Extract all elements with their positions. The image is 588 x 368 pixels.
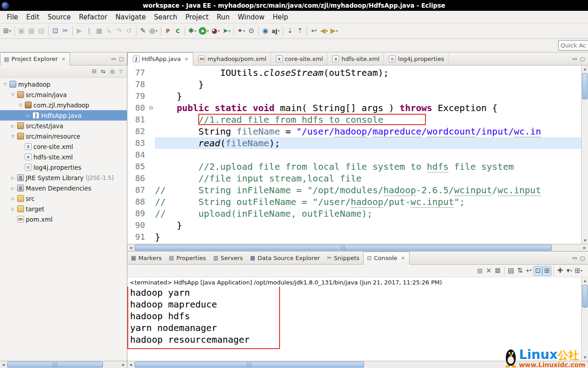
scroll-lock-button[interactable]: ⇅	[515, 266, 524, 276]
tab-servers[interactable]: ▥Servers	[210, 252, 247, 264]
tree-expand-arrow-icon[interactable]: ▷	[9, 196, 16, 201]
open-console-button[interactable]: ⊞▾	[574, 266, 583, 276]
tree-item-src[interactable]: ▷src	[0, 193, 127, 204]
maximize-view-icon[interactable]: ▢	[580, 255, 585, 261]
tree-item-log4j-properties[interactable]: ≡log4j.properties	[0, 162, 127, 172]
new-wizard-button[interactable]: ⊞▾	[2, 25, 13, 37]
project-explorer-hscrollbar[interactable]: ◀ ▶ |||	[0, 361, 127, 368]
menu-search[interactable]: Search	[150, 12, 182, 23]
tree-item-maven-dependencies[interactable]: ▷≣Maven Dependencies	[0, 183, 127, 193]
last-edit-location-button[interactable]: ↩	[309, 25, 319, 37]
tree-item-hdfs-site-xml[interactable]: xhdfs-site.xml	[0, 152, 127, 162]
scroll-right-icon[interactable]: ▶	[581, 244, 588, 251]
back-button[interactable]: ◀▾	[319, 25, 329, 37]
minimize-view-icon[interactable]: ▭	[572, 255, 577, 261]
debug-button[interactable]: ✱▾	[187, 25, 198, 37]
print-button[interactable]: ▤	[37, 25, 47, 37]
tree-item-com-zjl-myhadoop[interactable]: ▽com.zjl.myhadoop	[0, 100, 127, 110]
menu-run[interactable]: Run	[213, 12, 234, 23]
scroll-left-icon[interactable]: ◀	[127, 244, 134, 251]
previous-annotation-button[interactable]: ⇡	[295, 25, 305, 37]
vscroll-thumb[interactable]	[582, 285, 588, 307]
display-selected-console-button[interactable]: ▾▾	[565, 266, 574, 276]
step-return-button[interactable]: ↺	[124, 25, 134, 37]
mark-occurrences-button[interactable]: ✎	[138, 25, 148, 37]
menu-source[interactable]: Source	[43, 12, 75, 23]
hscroll-thumb[interactable]: |||	[135, 362, 364, 368]
scroll-right-icon[interactable]: ▶	[120, 361, 127, 368]
new-java-class-button[interactable]: C	[173, 25, 183, 37]
scroll-up-icon[interactable]: ▲	[582, 65, 588, 72]
collapse-all-icon[interactable]: ⊟	[92, 68, 96, 75]
editor-vscrollbar[interactable]: ▲ ▼	[581, 65, 588, 244]
tab-data-source-explorer[interactable]: ▩Data Source Explorer	[247, 252, 323, 264]
web-browser-button[interactable]: ◉	[261, 25, 271, 37]
close-view-icon[interactable]: ×	[61, 56, 66, 62]
maximize-view-icon[interactable]: ▢	[119, 56, 124, 62]
tree-expand-arrow-icon[interactable]: ▽	[17, 103, 24, 107]
menu-edit[interactable]: Edit	[22, 12, 43, 23]
remove-all-launches-button[interactable]: ⊠	[493, 266, 502, 276]
tab-console[interactable]: ⊡Console×	[363, 252, 410, 265]
tree-expand-arrow-icon[interactable]: ▷	[9, 186, 16, 191]
step-over-button[interactable]: ↷	[114, 25, 124, 37]
remove-launch-button[interactable]: ×	[484, 266, 493, 276]
clear-console-button[interactable]: ▤	[506, 266, 515, 276]
hscroll-thumb[interactable]: |||	[135, 245, 552, 251]
menu-file[interactable]: File	[3, 12, 22, 23]
minimize-editor-icon[interactable]: ▭	[572, 56, 577, 62]
tab-properties[interactable]: ▤Properties	[165, 252, 210, 264]
close-tab-icon[interactable]: ×	[184, 56, 189, 62]
vscroll-thumb[interactable]	[582, 73, 588, 99]
tree-item-core-site-xml[interactable]: xcore-site.xml	[0, 141, 127, 152]
scroll-left-icon[interactable]: ◀	[0, 361, 7, 368]
menu-navigate[interactable]: Navigate	[112, 12, 150, 23]
tab-snippets[interactable]: ✂Snippets	[323, 252, 363, 264]
tree-expand-arrow-icon[interactable]: ▷	[9, 176, 16, 180]
menu-refactor[interactable]: Refactor	[75, 12, 112, 23]
terminate-console-button[interactable]: ■	[475, 266, 484, 276]
terminate-button[interactable]: ■	[94, 25, 104, 37]
pin-console-button[interactable]: ✚	[555, 266, 565, 276]
tree-item-src-main-resource[interactable]: ▽src/main/resource	[0, 131, 127, 141]
editor-tab-core-site-xml[interactable]: xcore-site.xml	[271, 52, 327, 65]
tree-expand-arrow-icon[interactable]: ▷	[9, 207, 16, 211]
search-button[interactable]: ⊙	[247, 25, 257, 37]
show-stderr-on-change-button[interactable]: ⊞	[542, 266, 551, 276]
link-with-editor-icon[interactable]: ⇆	[101, 68, 106, 75]
tree-item-jre-system-library[interactable]: ▷≣JRE System Library[J2SE-1.5]	[0, 172, 127, 183]
scroll-up-icon[interactable]: ▲	[582, 277, 588, 284]
show-stdout-on-change-button[interactable]: ⊡	[533, 266, 542, 276]
javaee-perspective-button[interactable]: aJ▾	[271, 25, 281, 37]
word-wrap-button[interactable]: ↩	[524, 266, 533, 276]
menu-project[interactable]: Project	[181, 12, 212, 23]
editor-body[interactable]: 77 IOUtils.closeStream(outStream);78 }79…	[127, 65, 588, 244]
step-into-button[interactable]: ↳	[104, 25, 114, 37]
scroll-down-icon[interactable]: ▼	[582, 237, 588, 244]
editor-hscrollbar[interactable]: ◀ ▶ |||	[127, 244, 588, 251]
resume-button[interactable]: ▶	[75, 25, 84, 37]
tab-markers[interactable]: ▦Markers	[127, 252, 165, 264]
cut-snippet-button[interactable]: ✂	[61, 25, 70, 37]
tree-item-pom-xml[interactable]: mpom.xml	[0, 214, 127, 224]
scroll-left-icon[interactable]: ◀	[127, 361, 134, 368]
save-all-button[interactable]: ▦	[27, 25, 37, 37]
tree-item-hdfsapp-java[interactable]: ▷JHdfsApp.java	[0, 110, 127, 121]
save-button[interactable]: ▣	[17, 25, 27, 37]
fold-marker-icon[interactable]: ⊖	[147, 102, 155, 114]
menu-help[interactable]: Help	[269, 12, 292, 23]
tree-item-src-test-java[interactable]: ▷src/test/java	[0, 121, 127, 131]
suspend-button[interactable]: ∥	[84, 25, 94, 37]
tree-expand-arrow-icon[interactable]: ▷	[25, 113, 32, 118]
tree-expand-arrow-icon[interactable]: ▽	[9, 93, 16, 97]
editor-tab-myhadoop-pom-xml[interactable]: mmyhadoop/pom.xml	[193, 52, 271, 65]
tab-project-explorer[interactable]: ▤ Project Explorer ×	[0, 52, 70, 65]
coverage-button[interactable]: ◕▾	[210, 25, 221, 37]
tree-item-src-main-java[interactable]: ▽src/main/java	[0, 89, 127, 100]
editor-tab-hdfs-site-xml[interactable]: xhdfs-site.xml	[327, 52, 384, 65]
tree-expand-arrow-icon[interactable]: ▽	[9, 134, 16, 139]
forward-button[interactable]: ▶▾	[329, 25, 340, 37]
tree-expand-arrow-icon[interactable]: ▽	[2, 82, 9, 87]
external-tools-button[interactable]: ➤▾	[221, 25, 232, 37]
quick-access-input[interactable]	[558, 40, 588, 51]
